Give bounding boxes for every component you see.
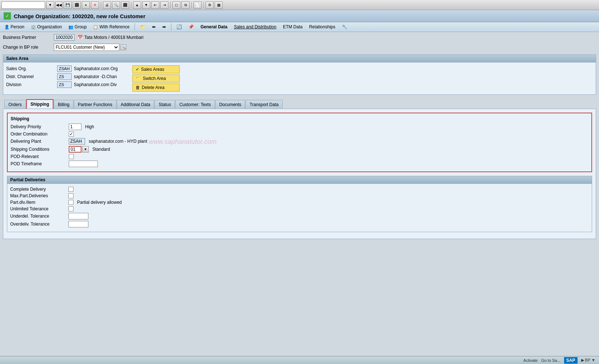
underdel-tolerance-input[interactable] [68, 213, 88, 219]
sap-icon: ✓ [4, 12, 11, 20]
general-data-menu[interactable]: General Data [198, 23, 229, 31]
max-part-check[interactable] [68, 193, 73, 198]
tab-shipping[interactable]: Shipping [26, 99, 53, 109]
sep2 [131, 1, 131, 9]
settings-btn[interactable]: ⚙ [205, 1, 213, 9]
save-btn[interactable]: 💾 [64, 1, 72, 9]
back-nav[interactable]: ◀◀ [55, 1, 63, 9]
extra-btn[interactable]: 🔧 [340, 23, 350, 31]
local-file-btn[interactable]: 📄 [193, 1, 201, 9]
print-btn[interactable]: 🖨 [103, 1, 111, 9]
page-title: Change Organization: 1002020, new role C… [14, 13, 145, 19]
command-input[interactable] [1, 1, 45, 9]
delivering-plant-desc: saphanatutor.com - HYD plant [89, 139, 147, 144]
distr-channel-code: ZS [57, 73, 72, 80]
history-btn[interactable]: ▼ [46, 1, 54, 9]
switch-area-icon: 📁 [136, 76, 141, 81]
sales-org-label: Sales Org. [6, 66, 57, 71]
distr-channel-label: Distr. Channel [6, 74, 57, 79]
stop-btn[interactable]: ✕ [91, 1, 99, 9]
next-btn[interactable]: ⬛ [121, 1, 129, 9]
partial-deliveries-section: Partial Deliveries Complete Delivery Max… [7, 176, 592, 232]
tab-customer-texts[interactable]: Customer: Texts [175, 100, 215, 109]
bp-switch-btn[interactable]: 🔄 [174, 23, 184, 31]
pod-relevant-label: POD-Relevant [11, 154, 69, 159]
sep3 [170, 1, 171, 9]
switch-area-btn[interactable]: 📁 Switch Area [132, 74, 180, 82]
distr-channel-row: Distr. Channel ZS saphanatutor -D.Chan [6, 73, 118, 80]
complete-delivery-check[interactable] [68, 187, 73, 192]
bp-other-btn[interactable]: 📌 [186, 23, 196, 31]
delivering-plant-code[interactable]: ZSAH [69, 138, 85, 145]
max-part-label: Max.Part.Deliveries [10, 193, 68, 198]
group-icon: 👥 [68, 24, 73, 29]
bp-label: Business Partner [3, 35, 54, 40]
tab-documents[interactable]: Documents [215, 100, 245, 109]
title-bar: ✓ Change Organization: 1002020, new role… [0, 10, 599, 22]
sales-org-code: ZSAH [57, 65, 72, 72]
tab-panel: www.saphanatutor.com Shipping Delivery P… [3, 109, 596, 239]
sales-areas-btn[interactable]: ✔ Sales Areas [132, 65, 180, 73]
pg-last[interactable]: ⇥ [160, 1, 168, 9]
pod-timeframe-row: POD Timeframe [11, 161, 588, 167]
nav-back-btn[interactable]: 📁 [138, 23, 148, 31]
tab-partner-functions[interactable]: Partner Functions [74, 100, 116, 109]
shipping-conditions-lookup[interactable]: ▼ [82, 146, 89, 153]
overdel-tolerance-input[interactable] [68, 221, 88, 227]
delivery-priority-input[interactable]: 1 [69, 124, 81, 130]
shipping-conditions-row: Shipping Conditions 01 ▼ Standard [11, 146, 588, 153]
pod-timeframe-input[interactable] [69, 161, 98, 167]
relationships-menu[interactable]: Relationships [307, 23, 338, 31]
pod-relevant-row: POD-Relevant [11, 154, 588, 159]
delivery-priority-row: Delivery Priority 1 High [11, 124, 588, 130]
underdel-tolerance-label: Underdel. Tolerance [10, 214, 68, 219]
person-menu[interactable]: 👤 Person [2, 23, 27, 31]
shortcut-btn[interactable]: ⬛ [73, 1, 81, 9]
sales-dist-menu[interactable]: Sales and Distribution [232, 23, 279, 31]
pg-down[interactable]: ▼ [142, 1, 150, 9]
menu-sep1 [135, 23, 135, 31]
order-combination-check[interactable]: ✓ [69, 132, 74, 137]
group-menu[interactable]: 👥 Group [66, 23, 89, 31]
role-lookup-btn[interactable]: 🔍 [120, 44, 126, 50]
sales-org-desc: Saphanatutor.com Org [74, 66, 118, 71]
tab-status[interactable]: Status [155, 100, 175, 109]
order-combination-row: Order Combination ✓ [11, 132, 588, 137]
delete-area-btn[interactable]: 🗑 Delete Area [132, 84, 180, 92]
tab-transport-data[interactable]: Transport Data [245, 100, 283, 109]
part-dlv-row: Part.dlv./item Partial delivery allowed [10, 200, 589, 205]
role-select[interactable]: FLCU01 Customer (New) [54, 44, 119, 51]
part-dlv-check[interactable] [68, 200, 73, 205]
shipping-subsection: Shipping Delivery Priority 1 High Order … [7, 113, 592, 172]
pod-relevant-check[interactable] [69, 154, 74, 159]
delivering-plant-row: Delivering Plant ZSAH saphanatutor.com -… [11, 138, 588, 145]
new-mode-btn[interactable]: ◻ [172, 1, 180, 9]
division-code: ZS [57, 81, 72, 88]
sap-gui-btn[interactable]: ▦ [215, 1, 223, 9]
person-icon: 👤 [4, 24, 9, 29]
tab-additional-data[interactable]: Additional Data [117, 100, 154, 109]
shipping-conditions-input[interactable]: 01 [69, 146, 81, 153]
division-desc: Saphanatutor.com Div [74, 82, 117, 87]
role-row: Change in BP role FLCU01 Customer (New) … [3, 44, 596, 51]
find-btn[interactable]: 🔍 [112, 1, 120, 9]
with-reference-menu[interactable]: 📋 With Reference [91, 23, 132, 31]
execute-btn[interactable]: ● [82, 1, 90, 9]
tab-billing[interactable]: Billing [54, 100, 73, 109]
part-dlv-label: Part.dlv./item [10, 200, 68, 205]
nav-fwd-btn[interactable]: ⬅ [150, 23, 158, 31]
sales-areas-icon: ✔ [136, 67, 139, 72]
complete-delivery-label: Complete Delivery [10, 187, 68, 192]
copy-mode-btn[interactable]: ⧉ [181, 1, 189, 9]
etm-menu[interactable]: ETM Data [281, 23, 305, 31]
unlimited-tolerance-check[interactable] [68, 206, 73, 211]
organization-menu[interactable]: 🏢 Organization [29, 23, 64, 31]
tab-orders[interactable]: Orders [4, 100, 26, 109]
pg-up[interactable]: ▲ [133, 1, 141, 9]
delete-area-icon: 🗑 [136, 85, 140, 90]
sales-area-buttons: ✔ Sales Areas 📁 Switch Area 🗑 Delete Are… [132, 65, 180, 92]
pg-first[interactable]: ⇤ [151, 1, 159, 9]
part-dlv-desc: Partial delivery allowed [77, 200, 122, 205]
overdel-tolerance-label: Overdeliv. Tolerance [10, 222, 68, 227]
nav-fwd2-btn[interactable]: ➡ [160, 23, 168, 31]
